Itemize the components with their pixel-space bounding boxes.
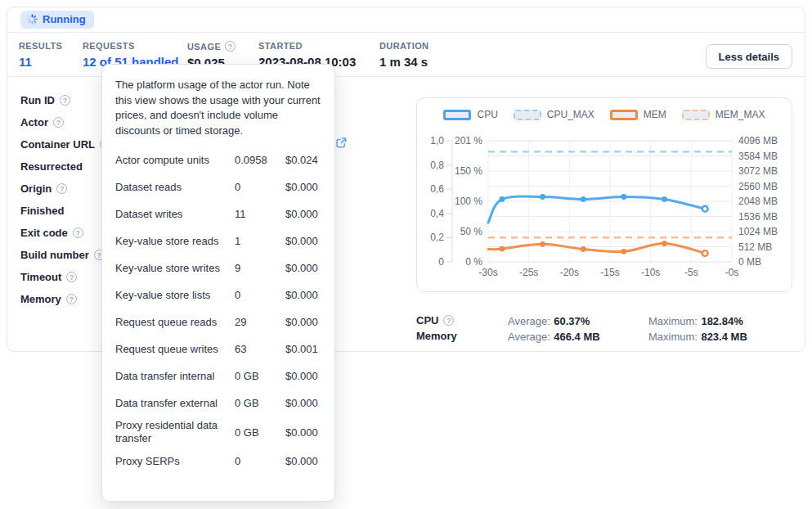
tooltip-row-value: 0 GB xyxy=(235,397,285,409)
tooltip-row-price: $0.000 xyxy=(285,181,321,193)
resource-stats-maximum: Maximum: 182.84% xyxy=(648,313,747,328)
tooltip-row-label: Dataset writes xyxy=(115,208,235,221)
tooltip-row-label: Key-value store writes xyxy=(115,262,235,275)
legend-swatch xyxy=(682,110,710,120)
resource-stats-label-text: Memory xyxy=(416,330,457,342)
resource-stats-average: Average: 466.4 MB xyxy=(508,329,648,344)
stat-duration: DURATION 1 m 34 s xyxy=(379,41,428,69)
run-status-header: Running xyxy=(7,7,805,33)
resource-stats-row: MemoryAverage: 466.4 MBMaximum: 823.4 MB xyxy=(416,328,747,344)
tooltip-row-price: $0.000 xyxy=(285,262,321,274)
svg-text:2048 MB: 2048 MB xyxy=(738,196,778,207)
usage-tooltip: The platform usage of the actor run. Not… xyxy=(101,64,335,502)
svg-text:-25s: -25s xyxy=(519,267,538,278)
tooltip-row: Key-value store lists0$0.000 xyxy=(115,284,321,306)
tooltip-row-price: $0.000 xyxy=(285,208,321,220)
tooltip-row-value: 63 xyxy=(235,343,285,355)
svg-text:201 %: 201 % xyxy=(455,135,482,146)
svg-text:0,2: 0,2 xyxy=(430,232,444,243)
tooltip-row-price: $0.000 xyxy=(285,397,321,409)
tooltip-row-value: 1 xyxy=(235,235,285,247)
average-key: Average: xyxy=(508,331,550,343)
detail-row-label: Resurrected xyxy=(20,160,83,173)
tooltip-row-label: Dataset reads xyxy=(115,181,235,194)
maximum-key: Maximum: xyxy=(648,315,698,327)
svg-text:150 %: 150 % xyxy=(455,165,482,177)
help-icon[interactable]: ? xyxy=(56,183,67,194)
svg-text:100 %: 100 % xyxy=(455,196,482,207)
svg-text:2560 MB: 2560 MB xyxy=(738,181,778,192)
resource-stats-average: Average: 60.37% xyxy=(508,313,648,328)
tooltip-row-label: Key-value store lists xyxy=(115,289,235,302)
tooltip-row: Data transfer internal0 GB$0.000 xyxy=(115,365,321,387)
svg-text:0: 0 xyxy=(438,256,444,268)
help-icon[interactable]: ? xyxy=(53,117,64,128)
detail-row-label: Actor xyxy=(20,116,48,128)
svg-text:-0s: -0s xyxy=(725,267,739,278)
external-link-icon[interactable] xyxy=(335,137,348,149)
legend-item: MEM_MAX xyxy=(682,109,765,120)
svg-text:-15s: -15s xyxy=(600,267,619,278)
detail-row-label: Exit code xyxy=(20,227,68,239)
tooltip-row-price: $0.001 xyxy=(285,343,321,355)
detail-row: Timeout? xyxy=(20,266,110,288)
legend-swatch xyxy=(514,110,541,120)
help-icon[interactable]: ? xyxy=(66,272,77,282)
stat-results-label: RESULTS xyxy=(19,41,62,51)
detail-row: Run ID? xyxy=(20,89,110,111)
tooltip-row-label: Request queue writes xyxy=(115,343,235,356)
tooltip-row: Key-value store writes9$0.000 xyxy=(115,257,321,279)
svg-text:50 %: 50 % xyxy=(460,226,483,237)
svg-text:0,8: 0,8 xyxy=(430,160,444,171)
svg-text:-30s: -30s xyxy=(478,267,497,278)
svg-text:1024 MB: 1024 MB xyxy=(738,226,778,237)
average-key: Average: xyxy=(508,315,550,327)
detail-row: Build number? xyxy=(20,244,110,266)
tooltip-usage-table: Actor compute units0.0958$0.024Dataset r… xyxy=(115,149,321,472)
legend-label: CPU_MAX xyxy=(547,109,594,120)
svg-text:-20s: -20s xyxy=(560,267,579,278)
stat-usage-label: USAGE xyxy=(187,42,221,52)
help-icon[interactable]: ? xyxy=(73,227,83,238)
svg-text:1,0: 1,0 xyxy=(430,135,444,146)
stat-requests-label: REQUESTS xyxy=(83,41,179,51)
tooltip-row: Data transfer external0 GB$0.000 xyxy=(115,392,321,414)
tooltip-row-value: 9 xyxy=(235,262,285,274)
tooltip-row: Key-value store reads1$0.000 xyxy=(115,230,321,252)
svg-text:0 %: 0 % xyxy=(465,256,482,268)
tooltip-row: Proxy residential data transfer0 GB$0.00… xyxy=(115,419,321,445)
legend-item: CPU_MAX xyxy=(514,109,594,120)
resource-stats-row: CPU?Average: 60.37%Maximum: 182.84% xyxy=(416,313,747,328)
help-icon[interactable]: ? xyxy=(443,315,454,326)
legend-item: CPU xyxy=(443,109,497,120)
detail-row-label: Timeout xyxy=(20,271,61,283)
svg-text:0 MB: 0 MB xyxy=(738,256,761,268)
svg-text:512 MB: 512 MB xyxy=(738,241,772,253)
detail-row: Actor? xyxy=(20,111,110,133)
help-icon[interactable]: ? xyxy=(60,95,70,106)
resource-stats: CPU?Average: 60.37%Maximum: 182.84%Memor… xyxy=(416,313,747,344)
tooltip-row-label: Key-value store reads xyxy=(115,235,235,248)
tooltip-row: Request queue reads29$0.000 xyxy=(115,311,321,333)
legend-swatch xyxy=(610,110,638,120)
status-badge: Running xyxy=(20,11,94,29)
svg-text:4096 MB: 4096 MB xyxy=(738,135,778,146)
tooltip-row-label: Actor compute units xyxy=(115,154,235,167)
tooltip-row: Dataset reads0$0.000 xyxy=(115,176,321,198)
svg-text:3072 MB: 3072 MB xyxy=(738,165,778,177)
legend-label: CPU xyxy=(477,109,497,120)
less-details-button[interactable]: Less details xyxy=(706,44,792,69)
tooltip-row-price: $0.000 xyxy=(285,316,321,328)
tooltip-row-label: Data transfer external xyxy=(115,397,235,410)
tooltip-row-price: $0.024 xyxy=(285,154,321,166)
tooltip-description: The platform usage of the actor run. Not… xyxy=(115,78,321,138)
stat-results-value[interactable]: 11 xyxy=(19,55,62,69)
tooltip-row-value: 0 GB xyxy=(235,370,285,382)
help-icon[interactable]: ? xyxy=(66,294,77,304)
resource-stats-maximum: Maximum: 823.4 MB xyxy=(648,329,747,344)
usage-help-icon[interactable]: ? xyxy=(225,41,236,52)
svg-text:3584 MB: 3584 MB xyxy=(738,151,778,162)
svg-text:-10s: -10s xyxy=(641,267,660,278)
tooltip-row-value: 29 xyxy=(235,316,285,328)
tooltip-row: Proxy SERPs0$0.000 xyxy=(115,450,321,472)
